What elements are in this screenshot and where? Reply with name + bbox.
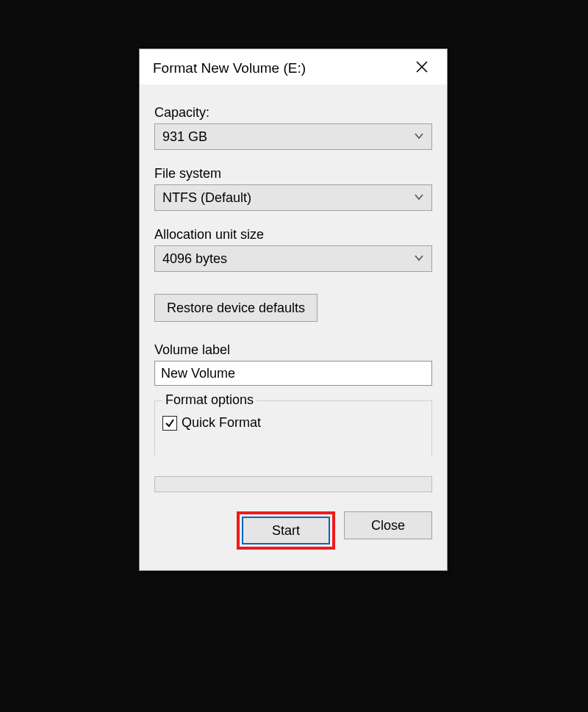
chevron-down-icon [414,190,424,206]
chevron-down-icon [414,251,424,267]
start-button[interactable]: Start [242,517,330,544]
titlebar: Format New Volume (E:) [140,49,447,84]
volume-label-input[interactable] [154,361,432,386]
filesystem-value: NTFS (Default) [162,190,251,206]
format-dialog: Format New Volume (E:) Capacity: 931 GB … [139,48,448,571]
allocation-select[interactable]: 4096 bytes [154,245,432,272]
close-icon [416,61,428,76]
restore-defaults-label: Restore device defaults [167,301,305,316]
quick-format-label: Quick Format [182,415,261,431]
chevron-down-icon [414,129,424,145]
format-options-group: Format options Quick Format [154,400,432,456]
dialog-footer: Start Close [154,511,432,553]
close-button-label: Close [371,518,405,533]
close-dialog-button[interactable]: Close [344,511,432,539]
dialog-title: Format New Volume (E:) [153,60,306,76]
capacity-select[interactable]: 931 GB [154,123,432,150]
progress-bar [154,476,432,492]
format-options-legend: Format options [162,392,257,408]
volume-label-caption: Volume label [154,342,432,358]
filesystem-label: File system [154,166,432,181]
checkbox-box [162,416,177,431]
allocation-label: Allocation unit size [154,227,432,242]
close-button[interactable] [407,57,437,80]
start-button-highlight: Start [237,511,335,550]
dialog-body: Capacity: 931 GB File system NTFS (Defau… [140,84,447,570]
start-button-label: Start [272,523,300,538]
quick-format-checkbox[interactable]: Quick Format [162,415,424,431]
restore-defaults-button[interactable]: Restore device defaults [154,294,318,322]
filesystem-select[interactable]: NTFS (Default) [154,184,432,211]
capacity-label: Capacity: [154,105,432,121]
capacity-value: 931 GB [162,129,207,145]
allocation-value: 4096 bytes [162,251,227,267]
